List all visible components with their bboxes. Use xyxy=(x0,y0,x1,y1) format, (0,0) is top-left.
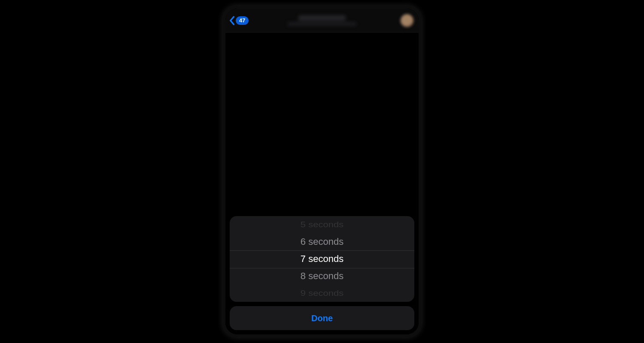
chevron-left-icon xyxy=(229,16,235,25)
duration-picker[interactable]: 5 seconds 6 seconds 7 seconds 8 seconds … xyxy=(230,216,414,302)
picker-list: 5 seconds 6 seconds 7 seconds 8 seconds … xyxy=(230,216,414,302)
navbar: 47 xyxy=(225,9,419,33)
done-button[interactable]: Done xyxy=(230,306,414,330)
back-button[interactable]: 47 xyxy=(229,16,249,25)
back-badge: 47 xyxy=(236,16,249,25)
done-panel: Done xyxy=(230,306,414,330)
picker-option[interactable]: 5 seconds xyxy=(230,217,414,232)
navbar-title-blur xyxy=(298,15,346,21)
picker-option[interactable]: 8 seconds xyxy=(230,268,414,285)
picker-option[interactable]: 6 seconds xyxy=(230,233,414,250)
picker-option-selected[interactable]: 7 seconds xyxy=(230,250,414,268)
screen: 47 5 seconds 6 seconds 7 second xyxy=(225,9,419,334)
navbar-title-area xyxy=(288,15,356,26)
picker-panel: 5 seconds 6 seconds 7 seconds 8 seconds … xyxy=(230,216,414,302)
device-frame: 47 5 seconds 6 seconds 7 second xyxy=(225,9,419,334)
picker-option[interactable]: 9 seconds xyxy=(230,286,414,301)
navbar-subtitle-blur xyxy=(288,22,356,26)
action-sheet: 5 seconds 6 seconds 7 seconds 8 seconds … xyxy=(230,216,414,330)
stage: 47 5 seconds 6 seconds 7 second xyxy=(0,0,644,343)
avatar[interactable] xyxy=(401,14,413,27)
